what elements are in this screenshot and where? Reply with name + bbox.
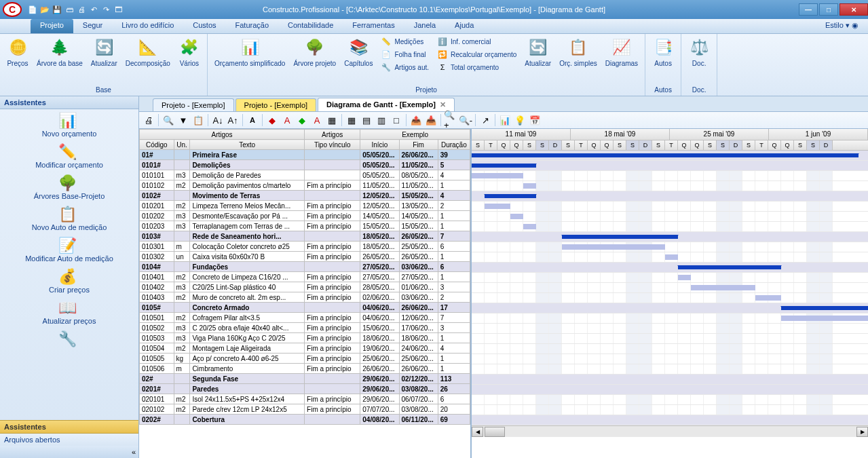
task-row[interactable]: 010502m3C 20/25 obra e/laje 40x40 alt<..… — [140, 323, 470, 333]
print-icon[interactable]: 🖨 — [76, 4, 87, 15]
task-row[interactable]: 010505kgAço p/ concreto A-400 ø6-25Fim a… — [140, 354, 470, 364]
open-icon[interactable]: 📂 — [39, 4, 50, 15]
btn-folha-final[interactable]: 📄Folha final — [378, 48, 432, 60]
gantt-bar[interactable] — [472, 153, 858, 157]
hdr-texto[interactable]: Texto — [190, 140, 305, 150]
hdr-exemplo[interactable]: Exemplo — [360, 130, 470, 140]
task-row[interactable]: 010201m2Limpeza Terreno Meios Mecân...Fi… — [140, 201, 470, 211]
app-logo[interactable]: C — [3, 2, 22, 17]
hdr-inicio[interactable]: Início — [360, 140, 399, 150]
btn-inf-comercial[interactable]: ℹ️Inf. comercial — [434, 35, 519, 47]
btn-orc-simples[interactable]: 📋Orç. simples — [556, 35, 600, 69]
maximize-button[interactable]: □ — [819, 3, 838, 16]
assist-item-6[interactable]: 📖Atualizar preços — [0, 297, 138, 328]
gantt-bar[interactable] — [510, 214, 523, 219]
menu-projeto[interactable]: Projeto — [31, 19, 73, 33]
doc-tab-1[interactable]: Projeto - [Exemplo] — [235, 98, 317, 111]
gantt-bar[interactable] — [691, 285, 755, 290]
btn-diagramas[interactable]: 📈Diagramas — [603, 35, 641, 69]
btn-atualizar[interactable]: 🔄Atualizar — [88, 35, 120, 69]
assist-item-0[interactable]: 📊Novo orçamento — [0, 109, 138, 140]
menu-janela[interactable]: Janela — [404, 19, 445, 33]
menu-faturacao[interactable]: Faturação — [226, 19, 279, 33]
gantt-bar[interactable] — [562, 244, 665, 250]
btn-orcamento-simp[interactable]: 📊Orçamento simplificado — [212, 35, 288, 69]
hdr-un[interactable]: Un. — [174, 140, 190, 150]
grid4-icon[interactable]: □ — [390, 113, 403, 127]
light-icon[interactable]: 💡 — [513, 113, 527, 127]
gantt-bar[interactable] — [665, 254, 678, 260]
saveall-icon[interactable]: 🗃 — [64, 4, 75, 15]
goto-icon[interactable]: ↗ — [478, 113, 492, 127]
menu-estilo[interactable]: Estilo ▾ ◉ — [816, 19, 868, 33]
minimize-button[interactable]: — — [799, 3, 818, 16]
filter-icon[interactable]: ▼ — [176, 113, 190, 127]
btn-recalcular[interactable]: 🔁Recalcular orçamento — [434, 48, 519, 60]
task-row[interactable]: 010506mCimbramentoFim a princípio26/06/2… — [140, 364, 470, 374]
assist-item-2[interactable]: 🌳Árvores Base-Projeto — [0, 172, 138, 203]
task-row[interactable]: 010503m3Viga Plana 160Kg Aço C 20/25Fim … — [140, 333, 470, 343]
task-row[interactable]: 010102m2Demolição pavimentos c/marteloFi… — [140, 180, 470, 191]
assist-item-1[interactable]: ✏️Modificar orçamento — [0, 140, 138, 172]
tab-close-icon[interactable]: ✕ — [440, 100, 446, 109]
zoomout-icon[interactable]: 🔍- — [459, 113, 472, 127]
sort-asc-icon[interactable]: A↓ — [211, 113, 225, 127]
grid2-icon[interactable]: ▤ — [360, 113, 373, 127]
gantt-chart[interactable]: 11 mai '0918 mai '0925 mai '091 jun '09 … — [472, 129, 868, 458]
hdr-artigos2[interactable]: Artigos — [305, 130, 360, 140]
export-icon[interactable]: 📤 — [409, 113, 423, 127]
nav-arquivos-abertos[interactable]: Arquivos abertos — [0, 433, 138, 446]
task-row[interactable]: 0101#Demolições05/05/20...11/05/20...5 — [140, 160, 470, 170]
undo-icon[interactable]: ↶ — [88, 4, 99, 15]
grid3-icon[interactable]: ▥ — [375, 113, 388, 127]
btn-decomposicao[interactable]: 📐Decomposição — [123, 35, 173, 69]
assist-item-4[interactable]: 📝Modificar Auto de medição — [0, 234, 138, 265]
btn-autos[interactable]: 📑Autos — [649, 35, 677, 69]
task-row[interactable]: 010202m3Desmonte/Escavação por Pá ...Fim… — [140, 211, 470, 221]
task-row[interactable]: 0104#Fundações27/05/20...03/06/20...6 — [140, 262, 470, 272]
menu-livro[interactable]: Livro do edifício — [112, 19, 183, 33]
hdr-artigos[interactable]: Artigos — [140, 130, 305, 140]
hdr-duracao[interactable]: Duração — [438, 140, 470, 150]
gantt-bar[interactable] — [678, 265, 781, 269]
task-row[interactable]: 010203m3Terraplanagem com Terras de ...F… — [140, 221, 470, 231]
copy-icon[interactable]: 📋 — [191, 113, 205, 127]
zoomin-icon[interactable]: 🔍+ — [444, 113, 457, 127]
task-row[interactable]: 010302unCaixa visita 60x60x70 BFim a pri… — [140, 252, 470, 262]
task-row[interactable]: 0105#Concreto Armado04/06/20...26/06/20.… — [140, 303, 470, 313]
task-row[interactable]: 0102#Movimento de Terras12/05/20...15/05… — [140, 191, 470, 201]
save-icon[interactable]: 💾 — [52, 4, 62, 15]
task-row[interactable]: 010403m2Muro de concreto alt. 2m esp...F… — [140, 292, 470, 303]
bold-icon[interactable]: A — [246, 113, 259, 127]
print-icon[interactable]: 🖨 — [142, 113, 155, 127]
btn-arvore-projeto[interactable]: 🌳Árvore projeto — [290, 35, 339, 69]
fill5-icon[interactable]: ▦ — [325, 113, 339, 127]
menu-custos[interactable]: Custos — [183, 19, 225, 33]
task-row[interactable]: 010501m2Cofragem Pilar alt<3.5Fim a prin… — [140, 313, 470, 323]
btn-medicoes[interactable]: 📏Medições — [378, 35, 432, 47]
sort-desc-icon[interactable]: A↑ — [226, 113, 240, 127]
redo-icon[interactable]: ↷ — [100, 4, 111, 15]
assist-item-3[interactable]: 📋Novo Auto de medição — [0, 203, 138, 234]
btn-precos[interactable]: 🪙Preços — [4, 35, 31, 69]
preview-icon[interactable]: 🔍 — [162, 113, 175, 127]
scroll-right-icon[interactable]: ▶ — [856, 427, 868, 437]
gantt-bar[interactable] — [523, 183, 536, 189]
nav-assistentes[interactable]: Assistentes — [0, 420, 138, 433]
btn-capitulos[interactable]: 📚Capítulos — [341, 35, 375, 69]
fill2-icon[interactable]: A — [280, 113, 294, 127]
gantt-hscroll[interactable]: ◀ ▶ — [472, 425, 868, 437]
hdr-vinculo[interactable]: Tipo vínculo — [305, 140, 360, 150]
menu-ajuda[interactable]: Ajuda — [445, 19, 483, 33]
fill1-icon[interactable]: ◆ — [265, 113, 279, 127]
btn-total-orc[interactable]: ΣTotal orçamento — [434, 61, 519, 73]
new-icon[interactable]: 📄 — [27, 4, 38, 15]
task-row[interactable]: 010402m3C20/25 Lint-Sap plástico 40Fim a… — [140, 282, 470, 292]
task-grid[interactable]: Artigos Artigos Exemplo Código Un. Texto… — [139, 129, 472, 458]
menu-contabilidade[interactable]: Contabilidade — [278, 19, 343, 33]
doc-tab-0[interactable]: Projeto - [Exemplo] — [153, 98, 234, 111]
task-row[interactable]: 010101m3Demolição de Paredes05/05/20...0… — [140, 170, 470, 180]
gantt-bar[interactable] — [485, 204, 510, 209]
gantt-bar[interactable] — [755, 295, 781, 301]
task-row[interactable]: 0103#Rede de Saneamento hori...18/05/20.… — [140, 231, 470, 242]
